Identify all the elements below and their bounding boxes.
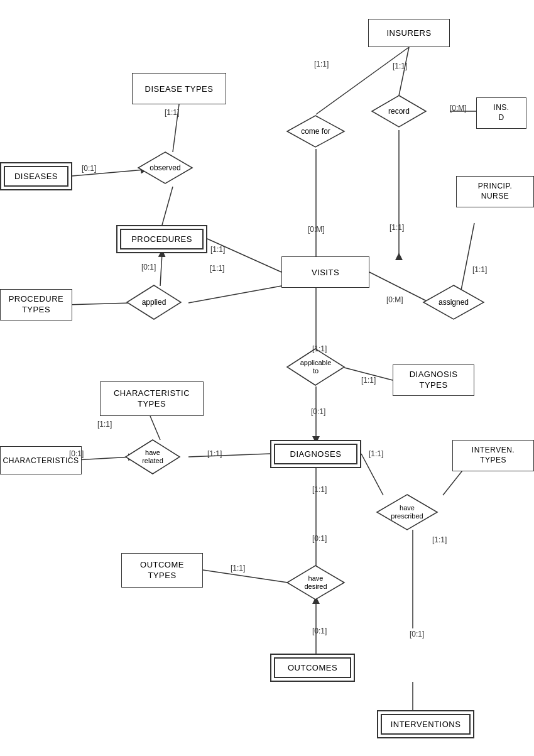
svg-line-24	[203, 570, 288, 583]
svg-line-2	[399, 47, 409, 96]
svg-line-11	[188, 286, 281, 303]
cardinality-1-1-visits-right: [1:1]	[390, 223, 404, 232]
cardinality-1-1-disease-types: [1:1]	[165, 108, 179, 117]
svg-line-16	[150, 416, 160, 440]
assigned-diamond: assigned	[422, 284, 485, 320]
cardinality-0-m-visits: [0:M]	[308, 225, 325, 234]
cardinality-0-1-applied: [0:1]	[141, 263, 156, 271]
cardinality-1-1-proc-right: [1:1]	[210, 245, 225, 254]
cardinality-1-1-char-types: [1:1]	[97, 420, 112, 429]
cardinality-1-1-diag-types: [1:1]	[361, 376, 376, 385]
cardinality-0-1-have-desired: [0:1]	[312, 534, 327, 543]
procedures-entity: PROCEDURES	[116, 225, 207, 253]
applicable-to-diamond: applicableto	[286, 348, 346, 386]
cardinality-1-1-prescribed: [1:1]	[432, 535, 447, 544]
cardinality-0-1-outcomes: [0:1]	[312, 627, 327, 635]
cardinality-0-1-diseases: [0:1]	[82, 164, 96, 173]
cardinality-1-1-come-for-top: [1:1]	[314, 60, 329, 68]
svg-line-17	[75, 457, 132, 460]
cardinality-1-1-diagnoses-right: [1:1]	[369, 449, 383, 458]
have-prescribed-diamond: haveprescribed	[376, 493, 439, 531]
cardinality-0-1-interventions: [0:1]	[410, 630, 424, 638]
procedure-types-entity: PROCEDURETYPES	[0, 289, 72, 320]
record-diamond: record	[371, 94, 427, 129]
svg-line-18	[188, 454, 270, 457]
diagnosis-types-entity: DIAGNOSISTYPES	[393, 364, 474, 396]
svg-line-9	[160, 253, 162, 286]
cardinality-1-1-outcome-types: [1:1]	[231, 564, 245, 572]
diagnoses-entity: DIAGNOSES	[270, 440, 361, 468]
have-related-diamond: haverelated	[124, 439, 181, 475]
cardinality-1-1-applicable: [1:1]	[312, 344, 327, 353]
principal-nurse-entity: PRINCIP.NURSE	[456, 176, 534, 207]
cardinality-0-1-diagnoses: [0:1]	[311, 407, 325, 416]
cardinality-0-m-assigned: [0:M]	[386, 295, 403, 304]
svg-line-10	[66, 303, 132, 305]
cardinality-0-1-char: [0:1]	[69, 449, 84, 458]
have-desired-diamond: havedesired	[286, 564, 346, 601]
outcomes-entity: OUTCOMES	[270, 654, 355, 682]
svg-line-7	[162, 187, 173, 225]
cardinality-0-m-record: [0:M]	[450, 104, 467, 112]
come-for-diamond: come for	[286, 114, 346, 149]
cardinality-1-1-have-related: [1:1]	[207, 449, 222, 458]
outcome-types-entity: OUTCOMETYPES	[121, 553, 203, 588]
cardinality-1-1-record-top: [1:1]	[393, 62, 407, 70]
cardinality-1-1-diagnoses-down: [1:1]	[312, 485, 327, 494]
ins-d-entity: INS.D	[476, 97, 526, 129]
interventions-entity: INTERVENTIONS	[377, 710, 474, 738]
diseases-entity: DISEASES	[0, 162, 72, 190]
characteristic-types-entity: CHARACTERISTICTYPES	[100, 381, 204, 416]
cardinality-1-1-nurse: [1:1]	[472, 265, 487, 274]
observed-diamond: observed	[137, 151, 193, 185]
visits-entity: VISITS	[281, 256, 369, 288]
svg-line-19	[361, 454, 383, 495]
applied-diamond: applied	[126, 284, 182, 320]
insurers-entity: INSURERS	[368, 19, 450, 47]
intervention-types-entity: INTERVEN.TYPES	[452, 440, 534, 471]
disease-types-entity: DISEASE TYPES	[132, 73, 226, 104]
cardinality-1-1-applied-right: [1:1]	[210, 264, 224, 273]
